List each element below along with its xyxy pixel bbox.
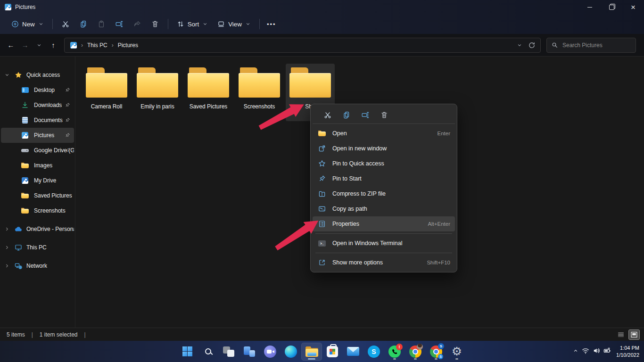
sidebar-item-images[interactable]: Images bbox=[1, 158, 74, 173]
chat-button[interactable] bbox=[260, 343, 281, 361]
start-button[interactable] bbox=[177, 343, 198, 361]
plus-circle-icon bbox=[11, 20, 19, 28]
sidebar-item-my-drive[interactable]: My Drive bbox=[1, 173, 74, 188]
address-bar-row: This PC Pictures bbox=[0, 34, 644, 57]
menu-item-open-new-window[interactable]: Open in new window bbox=[313, 141, 455, 156]
battery-button[interactable] bbox=[603, 347, 611, 356]
minimize-button[interactable] bbox=[579, 0, 601, 14]
zip-folder-icon bbox=[317, 190, 327, 197]
menu-item-show-more-options[interactable]: Show more options Shift+F10 bbox=[313, 255, 455, 270]
taskbar-icons: S ! SS bbox=[177, 342, 467, 361]
skype-button[interactable]: S bbox=[363, 343, 384, 361]
new-button[interactable]: New bbox=[7, 17, 49, 31]
pictures-app-icon bbox=[5, 4, 11, 10]
folder-tile-camera-roll[interactable]: Camera Roll bbox=[82, 64, 131, 121]
clock[interactable]: 1:04 PM 1/10/2022 bbox=[616, 345, 639, 358]
chevron-down-icon bbox=[4, 72, 10, 78]
thumbnails-view-button[interactable] bbox=[629, 330, 639, 339]
sort-button[interactable]: Sort bbox=[172, 17, 213, 31]
chevron-down-icon bbox=[202, 21, 208, 27]
menu-item-properties[interactable]: Properties Alt+Enter bbox=[313, 216, 455, 231]
status-bar: 5 items | 1 item selected | bbox=[0, 328, 644, 341]
copy-quick-button[interactable] bbox=[337, 108, 356, 122]
breadcrumb-bar[interactable]: This PC Pictures bbox=[64, 38, 541, 53]
share-button[interactable] bbox=[128, 17, 146, 31]
view-button[interactable]: View bbox=[213, 17, 256, 31]
delete-quick-button[interactable] bbox=[375, 108, 394, 122]
sidebar-item-onedrive[interactable]: OneDrive - Personal bbox=[1, 222, 74, 237]
copy-button[interactable] bbox=[74, 17, 92, 31]
paste-button[interactable] bbox=[92, 17, 110, 31]
recent-locations-button[interactable] bbox=[32, 38, 46, 52]
menu-item-open-terminal[interactable]: Open in Windows Terminal bbox=[313, 236, 455, 251]
chat-camera-icon bbox=[264, 346, 276, 358]
chevron-down-icon bbox=[36, 42, 42, 48]
menu-item-copy-as-path[interactable]: Copy as path bbox=[313, 201, 455, 216]
volume-button[interactable] bbox=[593, 347, 600, 356]
up-button[interactable] bbox=[46, 38, 60, 52]
close-button[interactable] bbox=[622, 0, 644, 14]
delete-button[interactable] bbox=[146, 17, 164, 31]
sidebar-item-this-pc[interactable]: This PC bbox=[1, 240, 74, 255]
widgets-button[interactable] bbox=[239, 343, 260, 361]
breadcrumb-this-pc[interactable]: This PC bbox=[87, 42, 107, 49]
cut-quick-button[interactable] bbox=[318, 108, 337, 122]
sidebar-item-desktop[interactable]: Desktop bbox=[1, 82, 74, 98]
hidden-icons-button[interactable] bbox=[573, 348, 578, 355]
mail-button[interactable] bbox=[343, 343, 363, 361]
details-view-button[interactable] bbox=[616, 330, 626, 339]
chrome-button[interactable] bbox=[405, 343, 426, 361]
context-menu: Open Enter Open in new window Pin to Qui… bbox=[310, 104, 457, 272]
open-new-window-icon bbox=[317, 145, 327, 152]
sidebar-item-screenshots[interactable]: Screenshots bbox=[1, 203, 74, 218]
menu-item-pin-quick-access[interactable]: Pin to Quick access bbox=[313, 156, 455, 171]
taskbar-search-button[interactable] bbox=[198, 343, 218, 361]
sidebar-item-downloads[interactable]: Downloads bbox=[1, 98, 74, 113]
refresh-icon[interactable] bbox=[528, 41, 536, 49]
chevron-up-icon bbox=[573, 348, 578, 354]
sidebar-item-network[interactable]: Network bbox=[1, 258, 74, 273]
copy-icon bbox=[343, 111, 350, 119]
running-indicator bbox=[455, 358, 458, 360]
file-explorer-button[interactable] bbox=[301, 343, 322, 361]
task-view-button[interactable] bbox=[218, 343, 239, 361]
edge-button[interactable] bbox=[281, 343, 301, 361]
paste-icon bbox=[98, 20, 105, 28]
downloads-icon bbox=[21, 101, 29, 109]
cut-button[interactable] bbox=[57, 17, 74, 31]
address-dropdown-icon[interactable] bbox=[517, 42, 522, 48]
running-indicator bbox=[393, 358, 396, 360]
search-input[interactable] bbox=[561, 41, 627, 49]
sidebar-item-documents[interactable]: Documents bbox=[1, 113, 74, 128]
back-button[interactable] bbox=[4, 38, 18, 52]
menu-item-compress-zip[interactable]: Compress to ZIP file bbox=[313, 186, 455, 201]
whatsapp-button[interactable]: ! bbox=[384, 343, 405, 361]
tray-time: 1:04 PM bbox=[616, 345, 639, 351]
rename-quick-button[interactable] bbox=[356, 108, 375, 122]
forward-button[interactable] bbox=[18, 38, 32, 52]
restore-button[interactable] bbox=[601, 0, 622, 14]
search-box[interactable] bbox=[546, 38, 636, 53]
folder-tile-emily-in-paris[interactable]: Emily in paris bbox=[133, 64, 182, 121]
menu-separator bbox=[315, 233, 452, 234]
menu-item-open[interactable]: Open Enter bbox=[313, 126, 455, 141]
pin-icon bbox=[317, 175, 327, 182]
settings-button[interactable] bbox=[446, 343, 467, 361]
rename-button[interactable] bbox=[110, 17, 128, 31]
breadcrumb-pictures[interactable]: Pictures bbox=[118, 42, 138, 49]
profile-avatar-badge bbox=[417, 344, 423, 350]
terminal-icon bbox=[317, 240, 327, 247]
folder-tile-saved-pictures[interactable]: Saved Pictures bbox=[184, 64, 233, 121]
store-button[interactable] bbox=[322, 343, 343, 361]
pin-icon bbox=[65, 102, 70, 108]
my-drive-icon bbox=[22, 177, 28, 184]
wifi-button[interactable] bbox=[582, 347, 589, 356]
folder-tile-screenshots[interactable]: Screenshots bbox=[235, 64, 284, 121]
sidebar-item-quick-access[interactable]: Quick access bbox=[1, 67, 74, 82]
see-more-button[interactable] bbox=[264, 21, 280, 28]
sidebar-item-google-drive[interactable]: Google Drive (G: bbox=[1, 143, 74, 158]
sidebar-item-saved-pictures[interactable]: Saved Pictures bbox=[1, 188, 74, 203]
menu-item-pin-start[interactable]: Pin to Start bbox=[313, 171, 455, 186]
chrome-profile-button[interactable]: SS bbox=[426, 343, 446, 361]
sidebar-item-pictures[interactable]: Pictures bbox=[1, 128, 74, 143]
